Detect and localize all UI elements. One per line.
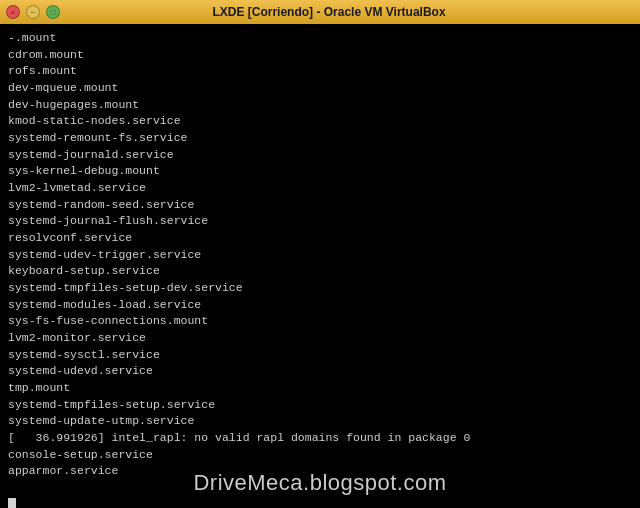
terminal-output: -.mount cdrom.mount rofs.mount dev-mqueu… (8, 30, 632, 508)
minimize-icon: − (31, 8, 36, 17)
close-button[interactable]: × (6, 5, 20, 19)
minimize-button[interactable]: − (26, 5, 40, 19)
virtualbox-window: × − □ LXDE [Corriendo] - Oracle VM Virtu… (0, 0, 640, 508)
watermark: DriveMeca.blogspot.com (0, 470, 640, 496)
terminal-cursor (8, 498, 16, 508)
close-icon: × (11, 8, 16, 17)
titlebar: × − □ LXDE [Corriendo] - Oracle VM Virtu… (0, 0, 640, 24)
window-title: LXDE [Corriendo] - Oracle VM VirtualBox (66, 5, 592, 19)
maximize-button[interactable]: □ (46, 5, 60, 19)
maximize-icon: □ (51, 8, 56, 17)
terminal-area[interactable]: -.mount cdrom.mount rofs.mount dev-mqueu… (0, 24, 640, 508)
